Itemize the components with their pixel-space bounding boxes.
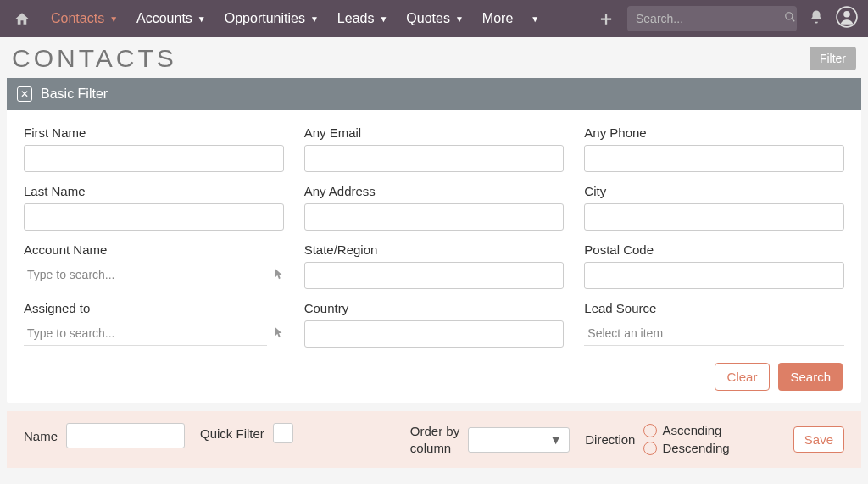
search-icon[interactable]	[784, 11, 796, 26]
cursor-icon	[274, 326, 284, 341]
filter-name-input[interactable]	[66, 423, 185, 448]
nav-contacts[interactable]: Contacts▼	[44, 0, 125, 37]
top-navbar: Contacts▼ Accounts▼ Opportunities▼ Leads…	[0, 0, 868, 37]
field-any-phone: Any Phone	[584, 125, 844, 172]
field-country: Country	[304, 301, 565, 348]
search-input[interactable]	[636, 12, 784, 25]
country-input[interactable]	[304, 320, 565, 348]
field-postal-code: Postal Code	[584, 242, 844, 289]
nav-tabs: Contacts▼ Accounts▼ Opportunities▼ Leads…	[44, 0, 597, 37]
save-filter-bar: Name Quick Filter Order bycolumn ▼ Direc…	[7, 411, 861, 468]
nav-leads[interactable]: Leads▼	[331, 0, 395, 37]
account-name-input[interactable]	[24, 262, 267, 287]
page-header: CONTACTS Filter	[0, 37, 868, 78]
field-any-email: Any Email	[304, 125, 565, 172]
field-state-region: State/Region	[304, 242, 565, 289]
field-last-name: Last Name	[24, 184, 284, 231]
svg-point-3	[843, 11, 850, 18]
first-name-input[interactable]	[24, 145, 284, 172]
home-icon[interactable]	[10, 11, 34, 26]
name-label: Name	[24, 429, 58, 443]
lead-source-select[interactable]: Select an item	[584, 320, 844, 346]
state-region-input[interactable]	[304, 262, 565, 289]
caret-down-icon: ▼	[198, 14, 206, 24]
any-phone-input[interactable]	[584, 145, 844, 172]
quick-filter-checkbox[interactable]	[273, 423, 293, 443]
svg-point-0	[786, 13, 793, 19]
city-input[interactable]	[584, 203, 844, 231]
nav-opportunities[interactable]: Opportunities▼	[218, 0, 326, 37]
svg-line-1	[792, 19, 795, 22]
panel-title: Basic Filter	[41, 86, 108, 102]
caret-down-icon: ▼	[109, 14, 118, 24]
radio-icon	[643, 424, 657, 437]
notifications-icon[interactable]	[809, 9, 824, 28]
field-first-name: First Name	[24, 125, 284, 172]
nav-more[interactable]: More ▼	[476, 0, 546, 37]
field-lead-source: Lead Source Select an item	[584, 301, 844, 348]
field-city: City	[584, 184, 844, 231]
direction-label: Direction	[585, 432, 635, 447]
assigned-to-input[interactable]	[24, 320, 267, 346]
caret-down-icon: ▼	[379, 14, 387, 24]
nav-quotes[interactable]: Quotes▼	[399, 0, 470, 37]
caret-down-icon: ▼	[455, 14, 464, 24]
caret-down-icon: ▼	[310, 14, 319, 24]
order-by-label: Order bycolumn	[410, 423, 459, 456]
filter-toggle-button[interactable]: Filter	[810, 47, 856, 70]
last-name-input[interactable]	[24, 203, 284, 231]
direction-descending-radio[interactable]: Descending	[643, 441, 729, 455]
global-search[interactable]	[627, 6, 797, 31]
filter-panel-header: ✕ Basic Filter	[7, 78, 861, 110]
close-icon[interactable]: ✕	[17, 86, 32, 102]
page-title: CONTACTS	[12, 44, 177, 73]
caret-down-icon: ▼	[531, 14, 539, 24]
filter-panel: ✕ Basic Filter First Name Any Email Any …	[7, 78, 861, 403]
nav-accounts[interactable]: Accounts▼	[130, 0, 213, 37]
field-account-name: Account Name	[24, 242, 284, 289]
any-email-input[interactable]	[304, 145, 565, 172]
add-icon[interactable]: ＋	[597, 6, 615, 31]
save-button[interactable]: Save	[793, 426, 844, 453]
search-button[interactable]: Search	[778, 363, 843, 391]
order-by-select[interactable]: ▼	[468, 427, 570, 453]
field-any-address: Any Address	[304, 184, 565, 231]
user-avatar-icon[interactable]	[836, 6, 858, 31]
direction-ascending-radio[interactable]: Ascending	[643, 423, 729, 437]
radio-icon	[643, 442, 657, 455]
caret-down-icon: ▼	[549, 432, 562, 447]
postal-code-input[interactable]	[584, 262, 844, 289]
clear-button[interactable]: Clear	[715, 363, 771, 391]
cursor-icon	[274, 268, 284, 282]
quick-filter-label: Quick Filter	[200, 426, 264, 441]
any-address-input[interactable]	[304, 203, 565, 231]
field-assigned-to: Assigned to	[24, 301, 284, 348]
